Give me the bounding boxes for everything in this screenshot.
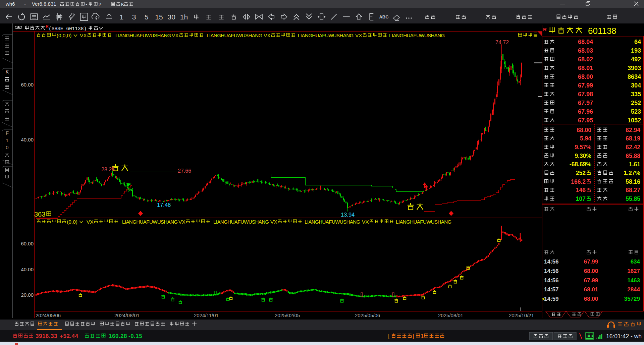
svg-text:67.95: 67.95 — [578, 117, 593, 124]
svg-text:64: 64 — [634, 39, 641, 45]
svg-text:8634: 8634 — [628, 73, 641, 80]
svg-text:VX: VX — [362, 219, 369, 225]
svg-text:VX: VX — [87, 219, 94, 225]
svg-text:3916.33: 3916.33 — [36, 333, 57, 339]
svg-text:1.27%: 1.27% — [624, 170, 640, 176]
svg-text:1.61: 1.61 — [629, 161, 640, 168]
svg-text:]: ] — [413, 333, 414, 339]
svg-text:65.88: 65.88 — [626, 153, 640, 159]
svg-text:-0.15: -0.15 — [128, 333, 142, 339]
svg-text:R: R — [543, 26, 547, 32]
svg-text:1: 1 — [421, 333, 424, 339]
svg-text:60.00: 60.00 — [21, 241, 34, 246]
svg-text:VX: VX — [172, 33, 179, 38]
svg-text:67.99: 67.99 — [578, 82, 593, 89]
svg-text:3903: 3903 — [628, 65, 641, 71]
svg-text:VX: VX — [80, 33, 87, 38]
svg-text:+52.44: +52.44 — [60, 333, 78, 339]
svg-text:2025/02/05: 2025/02/05 — [275, 312, 300, 318]
svg-text:VX: VX — [270, 219, 277, 225]
svg-text:68.04: 68.04 — [578, 39, 593, 45]
svg-text:62.42: 62.42 — [626, 144, 640, 151]
svg-text:67.98: 67.98 — [578, 91, 593, 98]
svg-text:166.2: 166.2 — [571, 178, 586, 185]
svg-text:1: 1 — [119, 13, 123, 21]
svg-text:68.00: 68.00 — [584, 268, 598, 274]
svg-text:68.00: 68.00 — [577, 127, 591, 133]
svg-text:VX: VX — [355, 33, 362, 38]
svg-text:67.96: 67.96 — [578, 108, 593, 115]
svg-text:14:57: 14:57 — [544, 286, 558, 293]
svg-text:15: 15 — [155, 13, 163, 21]
svg-text:LIANGHUAFUWUSHANG: LIANGHUAFUWUSHANG — [389, 33, 445, 38]
svg-text:0: 0 — [6, 145, 8, 150]
svg-text:13.94: 13.94 — [341, 212, 355, 218]
svg-text:3: 3 — [132, 13, 136, 21]
svg-text:67.99: 67.99 — [584, 277, 598, 284]
svg-text:304: 304 — [631, 82, 641, 89]
svg-text:20.00: 20.00 — [21, 292, 34, 298]
svg-text:58.16: 58.16 — [626, 178, 640, 185]
svg-text:9.30%: 9.30% — [575, 153, 591, 159]
svg-text:60.00: 60.00 — [21, 82, 34, 88]
svg-text:2025/05/06: 2025/05/06 — [355, 312, 380, 318]
svg-text:68.03: 68.03 — [578, 47, 593, 54]
svg-text:1463: 1463 — [627, 277, 640, 284]
svg-text:30: 30 — [168, 13, 175, 21]
svg-text:67.99: 67.99 — [584, 258, 598, 265]
svg-text:193: 193 — [631, 47, 641, 54]
svg-text:40.00: 40.00 — [21, 267, 34, 272]
svg-text:2: 2 — [99, 1, 101, 7]
svg-text:68.19: 68.19 — [626, 135, 640, 142]
svg-text:5.94: 5.94 — [580, 135, 591, 142]
svg-text:1052: 1052 — [628, 117, 641, 124]
svg-text:68.01: 68.01 — [578, 65, 593, 71]
svg-text:1h: 1h — [180, 13, 188, 21]
svg-text:1: 1 — [6, 137, 8, 143]
svg-text:LIANGHUAFUWUSHANG: LIANGHUAFUWUSHANG — [298, 33, 354, 38]
svg-text:634: 634 — [631, 258, 640, 265]
svg-text:LIANGHUAFUWUSHANG: LIANGHUAFUWUSHANG — [396, 219, 451, 225]
svg-text:LIANGHUAFUWUSHANG: LIANGHUAFUWUSHANG — [213, 219, 269, 225]
svg-text:68.27: 68.27 — [626, 187, 640, 193]
svg-text:160.28: 160.28 — [109, 333, 127, 339]
svg-text:363: 363 — [34, 211, 45, 218]
svg-text:LIANGHUAFUWUSHANG: LIANGHUAFUWUSHANG — [305, 219, 360, 225]
svg-text:16:01:42 - wh: 16:01:42 - wh — [606, 333, 642, 340]
svg-text:252: 252 — [631, 100, 641, 106]
svg-text:2025/08/01: 2025/08/01 — [438, 312, 463, 318]
svg-text:107: 107 — [576, 195, 586, 202]
svg-text:(SHSE 601138): (SHSE 601138) — [49, 26, 87, 32]
svg-text:67.97: 67.97 — [578, 100, 593, 106]
svg-text:2844: 2844 — [627, 286, 640, 293]
svg-text:14:59: 14:59 — [544, 296, 558, 302]
svg-text:14:56: 14:56 — [544, 258, 558, 265]
svg-text:ABC: ABC — [379, 14, 389, 19]
svg-text:601138: 601138 — [588, 26, 616, 36]
svg-text:68.02: 68.02 — [578, 56, 593, 63]
svg-text:62.94: 62.94 — [626, 127, 640, 133]
svg-text:(0,0): (0,0) — [67, 219, 77, 225]
svg-text:252: 252 — [576, 170, 586, 176]
svg-text:146: 146 — [576, 187, 586, 193]
svg-text:335: 335 — [631, 91, 641, 98]
svg-text:K: K — [121, 1, 124, 7]
svg-text:35729: 35729 — [624, 296, 640, 302]
svg-text:14:56: 14:56 — [544, 268, 558, 274]
svg-text:68.01: 68.01 — [584, 286, 598, 293]
svg-text:-: - — [24, 1, 26, 7]
svg-text:(0,0,0): (0,0,0) — [57, 33, 71, 38]
svg-text:55.85: 55.85 — [626, 195, 640, 202]
svg-text:9.57%: 9.57% — [575, 144, 591, 151]
svg-text:LIANGHUAFUWUSHANG: LIANGHUAFUWUSHANG — [115, 33, 171, 38]
svg-text:74.72: 74.72 — [495, 40, 509, 45]
svg-text:VX: VX — [264, 33, 271, 38]
svg-text:40.00: 40.00 — [21, 137, 34, 142]
svg-text:68.00: 68.00 — [578, 73, 593, 80]
svg-text:14:56: 14:56 — [544, 277, 558, 284]
svg-text:[: [ — [388, 333, 390, 339]
svg-text:wh6: wh6 — [5, 1, 15, 7]
svg-text:68.00: 68.00 — [584, 296, 598, 302]
svg-text:2024/08/01: 2024/08/01 — [114, 312, 140, 318]
svg-text:2024/11/01: 2024/11/01 — [194, 312, 219, 318]
